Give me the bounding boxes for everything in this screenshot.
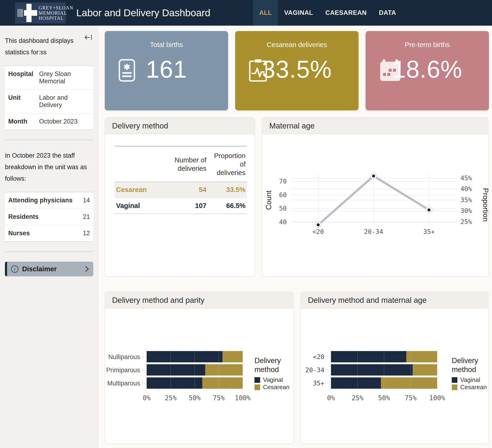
svg-text:Proportion: Proportion [482, 188, 489, 222]
hospital-cross-icon [15, 2, 39, 23]
row-label: Nurses [8, 230, 30, 237]
svg-text:<20: <20 [313, 353, 324, 360]
svg-text:0%: 0% [327, 394, 335, 402]
tab-data[interactable]: DATA [373, 0, 402, 26]
disclaimer-label: Disclaimer [22, 265, 57, 273]
chevron-right-icon [84, 265, 90, 273]
card-title: Maternal age [262, 118, 488, 134]
svg-text:50%: 50% [378, 394, 390, 402]
svg-text:Delivery: Delivery [255, 357, 281, 365]
table-row: Nurses 12 [5, 225, 93, 241]
navbar: GREY+SLOAN MEMORIAL HOSPITAL Labor and D… [0, 0, 492, 26]
table-row: Vaginal 107 66.5% [115, 198, 247, 214]
hospital-logo: GREY+SLOAN MEMORIAL HOSPITAL [15, 2, 66, 23]
svg-text:35+: 35+ [313, 379, 324, 387]
sidebar-collapse-icon[interactable] [83, 33, 94, 42]
svg-text:<20: <20 [312, 228, 324, 235]
table-row: Month October 2023 [5, 113, 93, 130]
divider [5, 140, 93, 140]
svg-text:75%: 75% [213, 394, 225, 402]
unit-info-table: Hospital Grey Sloan Memorial Unit Labor … [5, 66, 93, 130]
card-title: Delivery method and parity [105, 292, 293, 309]
svg-text:Multiparous: Multiparous [107, 380, 140, 387]
svg-text:Cesarean: Cesarean [263, 384, 289, 391]
row-label: Residents [8, 213, 39, 220]
svg-text:Vaginal: Vaginal [263, 376, 283, 383]
value-box-title: Total births [105, 41, 228, 49]
svg-text:35+: 35+ [423, 228, 435, 235]
card-title: Delivery method [105, 118, 255, 134]
value-box-title: Pre-term births [366, 41, 489, 49]
svg-text:50%: 50% [189, 394, 201, 402]
labor-delivery-dashboard: GREY+SLOAN MEMORIAL HOSPITAL Labor and D… [0, 0, 492, 448]
row-label: Cesarean [115, 182, 169, 198]
tab-vaginal[interactable]: VAGINAL [278, 0, 319, 26]
page-title: Labor and Delivery Dashboard [76, 0, 210, 26]
row-number: 54 [169, 182, 208, 198]
svg-text:Delivery: Delivery [452, 357, 478, 365]
divider [5, 251, 93, 252]
table-row: Residents 21 [5, 209, 93, 225]
svg-text:Count: Count [265, 190, 273, 210]
staff-intro-text: In October 2023 the staff breakdown in t… [5, 150, 90, 184]
column-header: Proportion of deliveries [208, 146, 247, 182]
card-parity: Delivery method and parity NulliparousPr… [105, 292, 294, 444]
card-maternal-age: Maternal age 4050607025%30%35%40%45%<202… [262, 117, 489, 277]
column-header: Number of deliveries [169, 146, 208, 182]
svg-text:method: method [452, 365, 476, 374]
svg-text:25%: 25% [165, 394, 177, 402]
row-value: 12 [83, 230, 90, 237]
row-label: Attending physicians [8, 197, 72, 204]
row-proportion: 33.5% [208, 182, 247, 198]
svg-text:75%: 75% [405, 394, 417, 402]
nav-tabs: ALL VAGINAL CAESAREAN DATA [253, 0, 402, 26]
row-proportion: 66.5% [208, 198, 247, 214]
svg-text:Cesarean: Cesarean [460, 384, 487, 391]
svg-text:100%: 100% [429, 394, 445, 402]
card-delivery-method: Delivery method Number of deliveries Pro… [105, 117, 255, 277]
svg-text:i: i [14, 266, 16, 272]
sidebar: This dashboard displays statistics for:s… [0, 26, 98, 448]
row-label: Vaginal [115, 198, 169, 214]
delivery-method-table: Number of deliveries Proportion of deliv… [115, 146, 247, 214]
staff-table: Attending physicians 14 Residents 21 Nur… [5, 192, 93, 242]
svg-text:30%: 30% [461, 207, 472, 214]
value-box-total-births: Total births 161 [105, 31, 228, 110]
tab-caesarean[interactable]: CAESAREAN [319, 0, 373, 26]
row-label: Hospital [8, 70, 39, 85]
sidebar-intro-text: This dashboard displays statistics for:s… [5, 35, 93, 58]
svg-text:35%: 35% [461, 196, 472, 204]
svg-text:70: 70 [279, 178, 287, 185]
tab-all[interactable]: ALL [253, 0, 278, 26]
value-box-value: 33.5% [235, 56, 359, 83]
svg-text:25%: 25% [351, 394, 363, 402]
row-label: Unit [8, 94, 39, 109]
row-value: October 2023 [39, 118, 78, 125]
svg-text:Nulliparous: Nulliparous [108, 353, 140, 360]
row-value: 21 [83, 213, 90, 220]
svg-text:40: 40 [279, 218, 287, 226]
info-icon: i [11, 265, 19, 273]
row-value: 14 [83, 197, 90, 204]
svg-text:Primiparous: Primiparous [106, 367, 140, 374]
table-row: Cesarean 54 33.5% [115, 182, 247, 198]
age-stacked-bar-chart: <2020-3435+0%25%50%75%100%Deliverymethod… [301, 309, 489, 444]
value-box-preterm: Pre-term births 18.6% [366, 31, 489, 110]
disclaimer-accordion[interactable]: i Disclaimer [5, 262, 93, 276]
parity-stacked-bar-chart: NulliparousPrimiparousMultiparous0%25%50… [105, 309, 294, 444]
value-box-value: 161 [105, 56, 228, 83]
svg-text:0%: 0% [143, 394, 151, 402]
hospital-logo-text: GREY+SLOAN MEMORIAL HOSPITAL [39, 5, 73, 21]
main-content: Total births 161 Cesarean deliveries [98, 26, 492, 448]
value-box-cesarean: Cesarean deliveries 33.5% [235, 31, 359, 110]
maternal-age-line-chart: 4050607025%30%35%40%45%<2020-3435+CountP… [262, 134, 489, 277]
svg-text:40%: 40% [461, 185, 472, 192]
table-row: Unit Labor and Delivery [5, 90, 93, 113]
row-label: Month [8, 118, 39, 125]
svg-text:50: 50 [279, 205, 287, 212]
svg-text:20-34: 20-34 [364, 228, 383, 235]
card-age-stacked: Delivery method and maternal age <2020-3… [301, 292, 489, 444]
row-number: 107 [169, 198, 208, 214]
svg-text:45%: 45% [461, 174, 472, 182]
svg-text:20-34: 20-34 [305, 366, 324, 374]
